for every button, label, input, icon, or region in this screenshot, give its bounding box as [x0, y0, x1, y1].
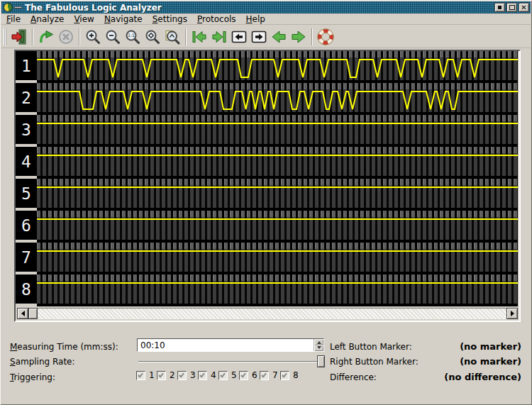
time-spinner [314, 339, 323, 351]
menu-protocols[interactable]: Protocols [192, 13, 241, 25]
close-button[interactable]: ✕ [519, 3, 529, 12]
stop-sampling-button [56, 27, 76, 47]
trace-svg [37, 179, 518, 211]
trigger-number-label: 7 [272, 370, 278, 380]
restart-sampling-button[interactable] [36, 27, 56, 47]
checkmark-icon [240, 372, 246, 377]
menu-navigate[interactable]: Navigate [99, 13, 148, 25]
trace-svg [37, 51, 518, 83]
measuring-time-field [137, 338, 324, 352]
trigger-checkbox-1[interactable] [136, 371, 145, 380]
scrollbar-trough[interactable] [38, 308, 506, 319]
page-right-icon [250, 28, 267, 45]
channel-waveform-8[interactable] [37, 274, 518, 306]
waveform-viewport: 12345678 [14, 50, 521, 322]
menu-analyze[interactable]: Analyze [26, 13, 69, 25]
step-left-button[interactable] [269, 27, 289, 47]
title-bar[interactable]: The Fabulous Logic Analyzer ✕ [1, 1, 531, 13]
difference-label: Difference: [330, 372, 377, 382]
go-to-end-icon [211, 28, 228, 45]
app-logo-icon [4, 3, 13, 12]
channel-label-5: 5 [16, 179, 37, 208]
stop-disabled-icon [57, 28, 74, 45]
trigger-checkbox-8[interactable] [280, 371, 289, 380]
zoom-in-button[interactable] [83, 27, 103, 47]
zoom-selection-button[interactable] [162, 27, 182, 47]
scroll-right-icon [511, 311, 517, 316]
menu-file[interactable]: File [1, 13, 26, 25]
menu-view[interactable]: View [69, 13, 99, 25]
channel-row: 4 [16, 147, 519, 179]
scroll-right-button[interactable] [506, 308, 518, 319]
go-to-end-button[interactable] [209, 27, 229, 47]
spin-down-button[interactable] [314, 345, 323, 352]
exit-door-icon [11, 28, 28, 45]
trigger-checkbox-7[interactable] [260, 371, 269, 380]
step-left-icon [270, 28, 287, 45]
scroll-left-button[interactable] [17, 308, 28, 319]
scroll-left-icon [18, 311, 25, 316]
menu-help[interactable]: Help [241, 13, 270, 25]
checkmark-icon [261, 372, 267, 377]
measuring-time-input[interactable] [138, 339, 314, 351]
trigger-checkbox-5[interactable] [218, 371, 228, 380]
slider-groove[interactable] [138, 361, 321, 362]
channel-waveform-5[interactable] [37, 179, 518, 211]
window-title: The Fabulous Logic Analyzer [25, 3, 162, 13]
minimize-button[interactable] [494, 3, 505, 12]
channel-waveform-2[interactable] [37, 83, 518, 115]
slider-handle[interactable] [317, 355, 325, 367]
maximize-icon [509, 5, 515, 10]
channel-waveform-3[interactable] [37, 115, 518, 147]
zoom-out-icon [104, 28, 121, 45]
toolbar-grip[interactable] [4, 28, 6, 45]
trigger-checkbox-3[interactable] [177, 371, 187, 380]
channel-waveform-6[interactable] [37, 211, 518, 243]
menu-settings[interactable]: Settings [148, 13, 192, 25]
trigger-number-label: 4 [211, 370, 216, 380]
life-buoy-icon [317, 28, 334, 45]
page-left-button[interactable] [229, 27, 249, 47]
spin-down-icon [317, 346, 321, 351]
step-right-button[interactable] [289, 27, 309, 47]
sampling-rate-label: Sampling Rate: [10, 357, 75, 367]
maximize-button[interactable] [506, 3, 517, 12]
scrollbar-thumb[interactable] [28, 308, 38, 319]
trigger-number-label: 8 [293, 370, 299, 380]
zoom-one-to-one-icon: 1:1 [124, 28, 141, 45]
toolbar-separator [79, 28, 80, 45]
trigger-item-1: 1 [136, 370, 157, 380]
exit-button[interactable] [9, 27, 29, 47]
trace-svg [37, 115, 518, 147]
toolbar: 1:1 [1, 26, 531, 48]
channel-label-3: 3 [16, 115, 37, 144]
channel-row: 3 [16, 115, 519, 147]
channel-waveform-4[interactable] [37, 147, 518, 179]
channel-rows: 12345678 [16, 51, 519, 306]
trigger-checkbox-2[interactable] [157, 371, 166, 380]
zoom-fit-button[interactable] [143, 27, 162, 47]
channel-waveform-7[interactable] [37, 243, 518, 274]
help-button[interactable] [316, 27, 336, 47]
trace-svg [37, 243, 518, 274]
zoom-in-icon [84, 28, 101, 45]
zoom-original-button[interactable]: 1:1 [123, 27, 143, 47]
trigger-number-label: 2 [170, 370, 175, 380]
page-right-button[interactable] [249, 27, 269, 47]
channel-row: 5 [16, 179, 519, 211]
horizontal-scrollbar[interactable] [17, 308, 518, 319]
channel-label-7: 7 [16, 243, 37, 272]
restart-arrow-icon [38, 28, 55, 45]
spin-up-button[interactable] [314, 339, 323, 345]
channel-row: 6 [16, 211, 519, 243]
trigger-item-5: 5 [218, 370, 239, 380]
toolbar-separator [32, 28, 33, 45]
trigger-checkbox-4[interactable] [198, 371, 207, 380]
trigger-number-label: 3 [190, 370, 196, 380]
channel-row: 1 [16, 51, 519, 83]
close-icon: ✕ [521, 4, 526, 11]
trigger-checkbox-6[interactable] [239, 371, 248, 380]
channel-waveform-1[interactable] [37, 51, 518, 83]
zoom-out-button[interactable] [103, 27, 123, 47]
go-to-start-button[interactable] [189, 27, 209, 47]
